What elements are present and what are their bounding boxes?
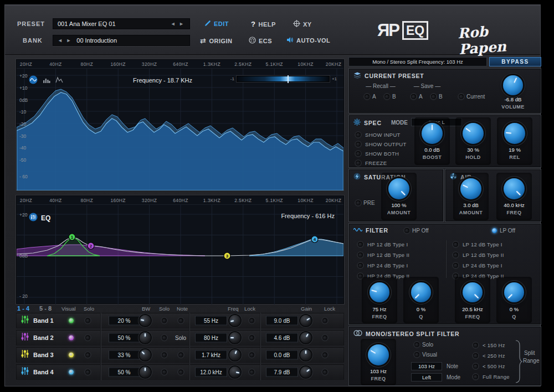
band-freq-value[interactable]: 80 Hz: [195, 333, 227, 343]
band-bw-knob[interactable]: [140, 349, 151, 360]
eq-band-node-4[interactable]: 4: [311, 236, 318, 243]
spec-option-show-input[interactable]: SHOW INPUT: [356, 130, 407, 140]
band-freq-knob[interactable]: [229, 315, 240, 326]
band-freq-value[interactable]: 1.7 kHz: [195, 350, 227, 360]
band-freq-lock-led[interactable]: [249, 318, 254, 323]
save-a-led[interactable]: [411, 94, 416, 99]
tilt-slider-track[interactable]: [237, 76, 330, 82]
spectrum-bars-icon[interactable]: [43, 76, 50, 86]
preset-prev-next-arrows[interactable]: ◄ ►: [171, 21, 185, 27]
spec-option-show-both[interactable]: SHOW BOTH: [356, 149, 407, 158]
lp-off-led[interactable]: [492, 228, 497, 233]
band-bw-value[interactable]: 33 %: [109, 350, 140, 360]
spectrum-tilt-slider[interactable]: -1 +1: [230, 76, 337, 82]
origin-button[interactable]: ⇄ ORIGIN: [200, 37, 233, 45]
band-visual-led[interactable]: [69, 336, 74, 341]
help-button[interactable]: ? HELP: [251, 20, 276, 28]
band-gain-knob[interactable]: [300, 315, 311, 326]
band-bw-value[interactable]: 50 %: [109, 333, 140, 343]
split-note-value[interactable]: 103 Hz: [411, 362, 442, 370]
eq-graph[interactable]: 1234: [17, 205, 343, 305]
saturation-pre-led[interactable]: [356, 200, 361, 205]
split-range-option-250-hz[interactable]: < 250 Hz: [473, 350, 510, 361]
band-gain-knob[interactable]: [300, 349, 311, 360]
band-gain-value[interactable]: 0.0 dB: [266, 350, 298, 360]
bank-selector[interactable]: ◄ ► 00 Introduction: [53, 35, 190, 46]
band-solo-led[interactable]: [85, 370, 90, 375]
band-freq-knob[interactable]: [229, 332, 240, 343]
band-solo2-led[interactable]: [162, 353, 167, 358]
air-freq-knob[interactable]: [504, 178, 525, 199]
filter-option-hp-12-db-type-ii[interactable]: HP 12 dB Type II: [358, 250, 409, 260]
preset-selector[interactable]: 001 Ana Mixer EQ 01 ◄ ►: [53, 18, 190, 29]
auto-vol-button[interactable]: AUTO-VOL: [286, 37, 330, 44]
filter-option-lp-12-db-type-ii[interactable]: LP 12 dB Type II: [453, 250, 504, 260]
band-bw-value[interactable]: 20 %: [109, 316, 140, 326]
filter-option-hp-24-db-type-i[interactable]: HP 24 dB Type I: [358, 260, 409, 271]
rel-knob[interactable]: [504, 123, 525, 144]
band-note-led[interactable]: [178, 370, 183, 375]
saturation-amount-knob[interactable]: [388, 178, 409, 199]
air-amount-knob[interactable]: [460, 178, 481, 199]
band-bw-value[interactable]: 50 %: [109, 368, 140, 377]
edit-button[interactable]: EDIT: [204, 20, 229, 28]
band-bw-knob[interactable]: [140, 315, 151, 326]
band-freq-lock-led[interactable]: [249, 336, 254, 341]
tilt-slider-handle[interactable]: [288, 75, 289, 83]
band-gain-lock-led[interactable]: [322, 353, 327, 358]
band-solo2-led[interactable]: [162, 370, 167, 375]
band-freq-value[interactable]: 55 Hz: [195, 316, 227, 326]
boost-knob[interactable]: [422, 123, 443, 144]
tab-bands-5-8[interactable]: 5 - 8: [39, 305, 52, 312]
spec-option-show-output[interactable]: SHOW OUTPUT: [356, 140, 407, 149]
band-visual-led[interactable]: [69, 353, 74, 358]
band-solo2-led[interactable]: [162, 336, 167, 341]
hp-q-knob[interactable]: [411, 282, 431, 302]
band-freq-value[interactable]: 12.0 kHz: [195, 368, 227, 377]
band-freq-lock-led[interactable]: [249, 353, 254, 358]
volume-knob[interactable]: [503, 75, 523, 95]
bypass-button[interactable]: BYPASS: [489, 57, 541, 66]
split-mode-value[interactable]: Left: [411, 373, 442, 381]
spectrum-graph[interactable]: [17, 69, 343, 190]
band-visual-led[interactable]: [69, 318, 74, 323]
band-solo-led[interactable]: [85, 336, 90, 341]
band-gain-value[interactable]: 9.0 dB: [266, 316, 298, 326]
hp-off-led[interactable]: [404, 228, 409, 233]
band-bw-knob[interactable]: [140, 367, 151, 378]
eq-band-node-1[interactable]: 1: [69, 234, 75, 240]
split-range-option-full-range[interactable]: Full Range: [473, 372, 510, 382]
band-freq-lock-led[interactable]: [249, 370, 254, 375]
band-gain-lock-led[interactable]: [322, 336, 327, 341]
band-note-led[interactable]: [178, 318, 183, 323]
split-range-option-150-hz[interactable]: < 150 Hz: [473, 340, 510, 350]
xy-button[interactable]: XY: [293, 20, 312, 28]
band-gain-knob[interactable]: [300, 332, 311, 343]
band-gain-knob[interactable]: [300, 367, 311, 378]
eq-band-node-3[interactable]: 3: [224, 252, 230, 259]
band-solo-led[interactable]: [85, 318, 90, 323]
ecs-button[interactable]: ECS: [249, 37, 272, 45]
band-freq-knob[interactable]: [229, 349, 240, 360]
split-freq-knob[interactable]: [368, 344, 389, 365]
band-bw-knob[interactable]: [140, 332, 151, 343]
spectrum-curve-icon[interactable]: [29, 75, 38, 86]
split-range-option-500-hz[interactable]: < 500 Hz: [473, 361, 510, 372]
save-b-led[interactable]: [431, 94, 436, 99]
spectrum-decay-icon[interactable]: [55, 76, 63, 86]
band-freq-knob[interactable]: [229, 367, 240, 378]
filter-option-hp-12-db-type-i[interactable]: HP 12 dB Type I: [358, 239, 409, 250]
filter-option-lp-24-db-type-i[interactable]: LP 24 dB Type I: [453, 260, 504, 271]
band-gain-lock-led[interactable]: [322, 318, 327, 323]
recall-b-led[interactable]: [384, 94, 389, 99]
spec-option-freeze[interactable]: FREEZE: [356, 158, 407, 168]
lp-freq-knob[interactable]: [463, 282, 483, 302]
lp-q-knob[interactable]: [504, 282, 524, 302]
recall-a-led[interactable]: [365, 94, 370, 99]
band-note-led[interactable]: [178, 353, 183, 358]
current-led[interactable]: [459, 94, 464, 99]
split-visual-led[interactable]: [414, 352, 419, 357]
bank-prev-next-arrows[interactable]: ◄ ►: [58, 38, 72, 43]
filter-option-lp-12-db-type-i[interactable]: LP 12 dB Type I: [453, 239, 504, 250]
band-solo-led[interactable]: [85, 353, 90, 358]
